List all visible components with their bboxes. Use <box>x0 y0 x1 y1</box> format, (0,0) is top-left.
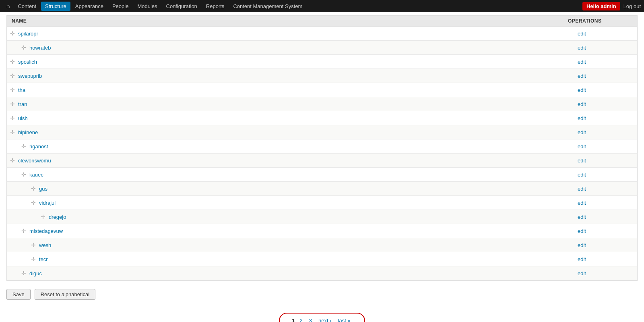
item-link-sposlich[interactable]: sposlich <box>18 59 37 65</box>
item-link-swepuprib[interactable]: swepuprib <box>18 73 42 79</box>
edit-link-spilaropr[interactable]: edit <box>578 31 586 37</box>
drag-handle-icon[interactable]: ✛ <box>7 73 18 79</box>
row-name-cell: ✛ wesh <box>7 239 573 251</box>
reset-alphabetical-button[interactable]: Reset to alphabetical <box>35 289 95 300</box>
home-icon[interactable]: ⌂ <box>3 1 13 11</box>
table-header-row: NAME OPERATIONS <box>7 16 637 27</box>
item-link-riganost[interactable]: riganost <box>29 143 48 150</box>
drag-handle-icon[interactable]: ✛ <box>28 242 39 248</box>
nav-configuration[interactable]: Configuration <box>162 2 201 11</box>
edit-link-howrateb[interactable]: edit <box>578 45 586 51</box>
drag-handle-icon[interactable]: ✛ <box>7 101 18 107</box>
edit-link-swepuprib[interactable]: edit <box>578 73 586 79</box>
edit-link-vidrajul[interactable]: edit <box>578 200 586 206</box>
row-ops-cell: edit <box>573 212 637 222</box>
drag-handle-icon[interactable]: ✛ <box>18 228 29 234</box>
drag-handle-icon[interactable]: ✛ <box>7 87 18 93</box>
row-name-cell: ✛ vidrajul <box>7 197 573 208</box>
row-name-cell: ✛ dregejo <box>7 211 573 222</box>
edit-link-mistedagevuw[interactable]: edit <box>578 228 586 234</box>
row-ops-cell: edit <box>573 28 637 39</box>
table-row: ✛ diguc edit <box>7 266 637 280</box>
item-link-hipinene[interactable]: hipinene <box>18 129 38 135</box>
table-row: ✛ riganost edit <box>7 139 637 154</box>
row-name-cell: ✛ kauec <box>7 169 573 180</box>
row-name-cell: ✛ riganost <box>7 141 573 152</box>
edit-link-sposlich[interactable]: edit <box>578 59 586 65</box>
item-link-tecr[interactable]: tecr <box>39 256 48 262</box>
edit-link-tecr[interactable]: edit <box>578 256 586 262</box>
edit-link-tran[interactable]: edit <box>578 101 586 107</box>
row-name-cell: ✛ swepuprib <box>7 70 573 81</box>
drag-handle-icon[interactable]: ✛ <box>28 185 39 192</box>
row-name-cell: ✛ gus <box>7 183 573 194</box>
nav-appearance[interactable]: Appearance <box>71 2 107 11</box>
item-link-diguc[interactable]: diguc <box>29 270 42 276</box>
item-link-tha[interactable]: tha <box>18 87 25 93</box>
edit-link-hipinene[interactable]: edit <box>578 129 586 135</box>
edit-link-wesh[interactable]: edit <box>578 242 586 248</box>
nav-cms[interactable]: Content Management System <box>229 2 306 11</box>
nav-content[interactable]: Content <box>14 2 40 11</box>
table-row: ✛ swepuprib edit <box>7 69 637 83</box>
row-name-cell: ✛ spilaropr <box>7 28 573 39</box>
drag-handle-icon[interactable]: ✛ <box>28 256 39 262</box>
edit-link-diguc[interactable]: edit <box>578 270 586 276</box>
nav-reports[interactable]: Reports <box>202 2 229 11</box>
table-row: ✛ tha edit <box>7 83 637 97</box>
edit-link-uish[interactable]: edit <box>578 115 586 121</box>
row-ops-cell: edit <box>573 85 637 96</box>
edit-link-tha[interactable]: edit <box>578 87 586 93</box>
item-link-gus[interactable]: gus <box>39 186 47 192</box>
item-link-wesh[interactable]: wesh <box>39 242 51 248</box>
drag-handle-icon[interactable]: ✛ <box>7 115 18 121</box>
drag-handle-icon[interactable]: ✛ <box>18 44 29 51</box>
table-row: ✛ wesh edit <box>7 238 637 252</box>
table-row: ✛ cleworiswomu edit <box>7 154 637 168</box>
next-page-link[interactable]: next › <box>317 317 333 322</box>
row-ops-cell: edit <box>573 226 637 237</box>
item-link-kauec[interactable]: kauec <box>29 172 43 178</box>
row-ops-cell: edit <box>573 254 637 265</box>
drag-handle-icon[interactable]: ✛ <box>18 143 29 150</box>
drag-handle-icon[interactable]: ✛ <box>18 171 29 178</box>
table-row: ✛ sposlich edit <box>7 55 637 69</box>
edit-link-kauec[interactable]: edit <box>578 172 586 178</box>
pagination: 1 2 3 next › last » <box>0 305 644 322</box>
item-link-dregejo[interactable]: dregejo <box>49 214 66 220</box>
item-link-cleworiswomu[interactable]: cleworiswomu <box>18 158 51 164</box>
item-link-spilaropr[interactable]: spilaropr <box>18 31 38 37</box>
edit-link-cleworiswomu[interactable]: edit <box>578 158 586 164</box>
drag-handle-icon[interactable]: ✛ <box>7 157 18 164</box>
drag-handle-icon[interactable]: ✛ <box>28 199 39 206</box>
drag-handle-icon[interactable]: ✛ <box>7 129 18 135</box>
page-2-link[interactable]: 2 <box>298 317 304 322</box>
row-ops-cell: edit <box>573 183 637 194</box>
drag-handle-icon[interactable]: ✛ <box>7 58 18 65</box>
row-ops-cell: edit <box>573 240 637 251</box>
row-ops-cell: edit <box>573 42 637 53</box>
item-link-vidrajul[interactable]: vidrajul <box>39 200 56 206</box>
last-page-link[interactable]: last » <box>336 317 352 322</box>
logout-link[interactable]: Log out <box>623 3 641 9</box>
nav-structure[interactable]: Structure <box>41 2 70 11</box>
item-link-uish[interactable]: uish <box>18 115 28 121</box>
nav-modules[interactable]: Modules <box>133 2 161 11</box>
nav-right-section: Hello admin Log out <box>582 2 641 10</box>
drag-handle-icon[interactable]: ✛ <box>7 30 18 37</box>
item-link-mistedagevuw[interactable]: mistedagevuw <box>29 228 63 234</box>
edit-link-riganost[interactable]: edit <box>578 143 586 150</box>
row-ops-cell: edit <box>573 71 637 81</box>
page-3-link[interactable]: 3 <box>308 317 314 322</box>
edit-link-gus[interactable]: edit <box>578 186 586 192</box>
hello-admin-badge: Hello admin <box>582 2 620 10</box>
edit-link-dregejo[interactable]: edit <box>578 214 586 220</box>
item-link-howrateb[interactable]: howrateb <box>29 45 51 51</box>
nav-people[interactable]: People <box>108 2 132 11</box>
drag-handle-icon[interactable]: ✛ <box>37 214 49 220</box>
save-button[interactable]: Save <box>6 289 31 300</box>
drag-handle-icon[interactable]: ✛ <box>18 270 29 276</box>
row-ops-cell: edit <box>573 268 637 279</box>
item-link-tran[interactable]: tran <box>18 101 27 107</box>
row-name-cell: ✛ mistedagevuw <box>7 225 573 237</box>
